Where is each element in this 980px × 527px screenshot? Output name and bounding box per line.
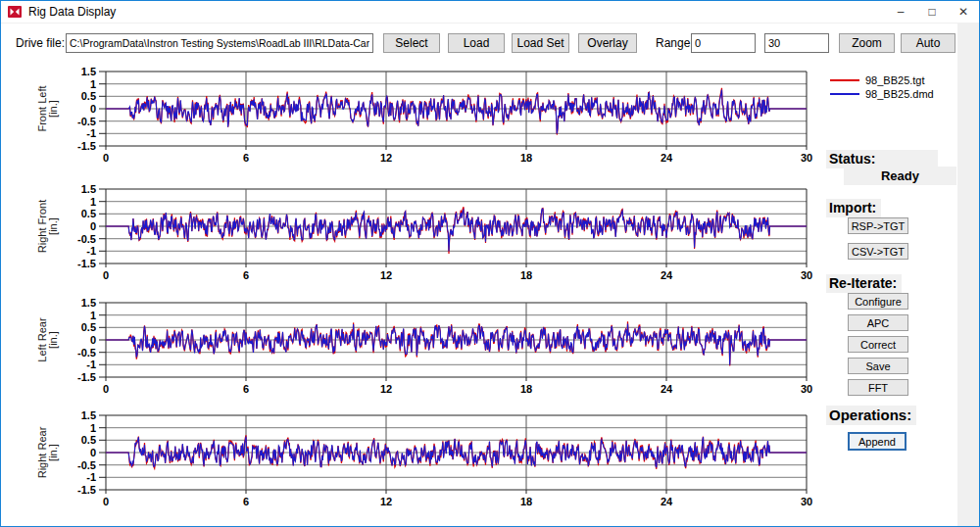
tick-marks — [99, 72, 807, 150]
svg-text:0.5: 0.5 — [81, 321, 96, 333]
reiterate-buttons-group: ConfigureAPCCorrectSaveFFT — [848, 293, 908, 396]
svg-text:24: 24 — [661, 496, 673, 507]
demand-series-line — [106, 209, 807, 251]
svg-text:0: 0 — [90, 220, 96, 232]
svg-text:18: 18 — [520, 383, 532, 395]
select-button[interactable]: Select — [383, 33, 440, 53]
svg-text:[in.]: [in.] — [47, 331, 59, 349]
window-title: Rig Data Display — [28, 5, 885, 19]
series-lines — [106, 88, 807, 135]
svg-text:24: 24 — [661, 152, 673, 164]
range-from-input[interactable] — [691, 33, 756, 53]
svg-text:0.5: 0.5 — [81, 434, 96, 446]
reiterate-label: Re-Iterate: — [826, 274, 902, 293]
rsp-tgt-button[interactable]: RSP->TGT — [848, 217, 908, 234]
svg-text:-0.5: -0.5 — [77, 347, 96, 359]
svg-text:0: 0 — [103, 152, 109, 164]
svg-text:12: 12 — [380, 496, 392, 507]
import-buttons-group: RSP->TGTCSV->TGT — [848, 217, 908, 260]
y-axis-title: Right Rear[in.] — [36, 426, 59, 478]
svg-text:0: 0 — [103, 496, 109, 507]
legend-entry: 98_BB25.tgt — [830, 73, 934, 87]
svg-text:-0.5: -0.5 — [77, 116, 96, 127]
chart-right-rear: 1.510.50-0.5-1-1.50612182430Right Rear[i… — [32, 407, 816, 511]
append-button[interactable]: Append — [848, 432, 906, 451]
operations-label: Operations: — [826, 406, 916, 425]
svg-text:12: 12 — [380, 383, 392, 395]
svg-text:[in.]: [in.] — [47, 444, 59, 461]
svg-text:24: 24 — [661, 269, 673, 281]
svg-text:[in.]: [in.] — [47, 217, 59, 235]
svg-text:0: 0 — [103, 383, 109, 395]
svg-text:1: 1 — [90, 422, 96, 434]
legend-label: 98_BB25.tgt — [865, 74, 925, 86]
legend-entry: 98_BB25.dmd — [830, 87, 934, 101]
zoom-button[interactable]: Zoom — [839, 33, 895, 53]
svg-text:-1: -1 — [86, 245, 96, 257]
svg-text:12: 12 — [380, 269, 392, 281]
drive-file-input[interactable] — [66, 33, 373, 53]
close-button[interactable]: ✕ — [948, 1, 979, 23]
svg-text:30: 30 — [801, 269, 812, 281]
minimize-button[interactable]: – — [885, 1, 916, 23]
demand-series-line — [106, 437, 807, 468]
svg-text:-1.5: -1.5 — [77, 258, 96, 269]
operations-buttons-group: Append — [848, 432, 906, 451]
demand-series-line — [106, 324, 807, 365]
svg-text:12: 12 — [380, 152, 392, 164]
svg-text:1: 1 — [90, 196, 96, 208]
y-axis-title: Front Left[in.] — [36, 85, 59, 131]
save-button[interactable]: Save — [848, 358, 908, 374]
svg-text:0: 0 — [90, 447, 96, 458]
overlay-button[interactable]: Overlay — [578, 33, 637, 53]
chart-left-rear: 1.510.50-0.5-1-1.50612182430Left Rear[in… — [32, 295, 816, 399]
svg-text:18: 18 — [520, 152, 532, 164]
svg-text:24: 24 — [661, 383, 673, 395]
range-to-input[interactable] — [764, 33, 829, 53]
svg-text:-0.5: -0.5 — [77, 459, 96, 471]
legend-swatch — [830, 79, 859, 81]
svg-text:0: 0 — [90, 103, 96, 115]
legend-label: 98_BB25.dmd — [865, 88, 934, 100]
svg-text:-1: -1 — [86, 471, 96, 483]
y-axis-title: Right Front[in.] — [36, 200, 59, 253]
window-controls: – □ ✕ — [885, 1, 979, 23]
svg-text:18: 18 — [520, 269, 532, 281]
apc-button[interactable]: APC — [848, 314, 908, 331]
y-axis-title: Left Rear[in.] — [36, 317, 59, 362]
load-button[interactable]: Load — [448, 33, 505, 53]
svg-text:0.5: 0.5 — [81, 208, 96, 219]
correct-button[interactable]: Correct — [848, 336, 908, 353]
auto-button[interactable]: Auto — [901, 33, 956, 53]
svg-text:1: 1 — [90, 78, 96, 90]
svg-text:1.5: 1.5 — [81, 297, 96, 309]
svg-text:6: 6 — [243, 269, 249, 281]
chart-front-left: 1.510.50-0.5-1-1.50612182430Front Left[i… — [32, 64, 816, 168]
csv-tgt-button[interactable]: CSV->TGT — [848, 243, 908, 260]
svg-text:-1: -1 — [86, 127, 96, 139]
configure-button[interactable]: Configure — [848, 293, 908, 310]
maximize-button[interactable]: □ — [916, 1, 948, 23]
tick-labels: 1.510.50-0.5-1-1.50612182430 — [77, 409, 812, 507]
drive-file-label: Drive file: — [16, 36, 65, 50]
svg-text:1: 1 — [90, 310, 96, 321]
svg-text:1.5: 1.5 — [81, 409, 96, 421]
series-lines — [106, 321, 807, 365]
svg-text:6: 6 — [243, 383, 249, 395]
title-bar[interactable]: Rig Data Display – □ ✕ — [1, 1, 979, 24]
status-value: Ready — [844, 167, 956, 185]
svg-text:6: 6 — [243, 152, 249, 164]
chart-right-front: 1.510.50-0.5-1-1.50612182430Right Front[… — [32, 181, 816, 285]
svg-text:18: 18 — [520, 496, 532, 507]
svg-text:-1.5: -1.5 — [77, 371, 96, 383]
load-set-button[interactable]: Load Set — [512, 33, 569, 53]
svg-text:-1.5: -1.5 — [77, 140, 96, 152]
range-label: Range: — [656, 36, 694, 50]
fft-button[interactable]: FFT — [848, 379, 908, 396]
svg-text:0.5: 0.5 — [81, 90, 96, 102]
svg-text:30: 30 — [801, 496, 812, 507]
svg-text:30: 30 — [801, 152, 812, 164]
svg-text:30: 30 — [801, 383, 812, 395]
svg-text:-0.5: -0.5 — [77, 233, 96, 245]
app-icon — [8, 5, 22, 19]
